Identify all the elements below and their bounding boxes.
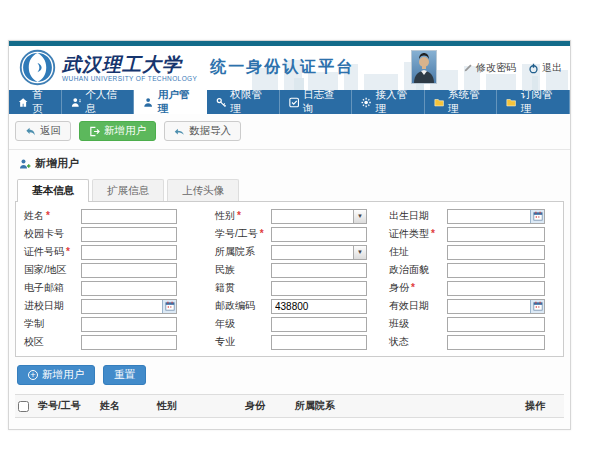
enroll-date-field bbox=[81, 299, 177, 314]
university-name-en: WUHAN UNIVERSITY OF TECHNOLOGY bbox=[62, 75, 197, 82]
tab-upload-avatar[interactable]: 上传头像 bbox=[167, 179, 239, 201]
back-button[interactable]: 返回 bbox=[15, 121, 71, 141]
field-label: 年级 bbox=[177, 317, 271, 331]
field-label-text: 专业 bbox=[215, 336, 235, 347]
field-label-text: 性别 bbox=[215, 210, 235, 221]
field-label-text: 出生日期 bbox=[389, 210, 429, 221]
address-input[interactable] bbox=[447, 245, 545, 260]
required-asterisk: * bbox=[431, 228, 435, 239]
calendar-icon[interactable] bbox=[530, 210, 544, 223]
user-avatar[interactable] bbox=[411, 50, 437, 84]
logout-button[interactable]: 退出 bbox=[528, 61, 562, 75]
email-input[interactable] bbox=[81, 281, 177, 296]
header: 武汉理工大学 WUHAN UNIVERSITY OF TECHNOLOGY 统一… bbox=[9, 46, 570, 90]
country-field bbox=[81, 263, 177, 278]
tab-bar: 基本信息 扩展信息 上传头像 bbox=[17, 179, 564, 201]
political-status-field bbox=[447, 263, 545, 278]
field-label-text: 住址 bbox=[389, 246, 409, 257]
reset-button[interactable]: 重置 bbox=[103, 365, 146, 385]
native-place-input[interactable] bbox=[271, 281, 367, 296]
dropdown-arrow-icon[interactable]: ▼ bbox=[353, 246, 366, 259]
tab-extended-info[interactable]: 扩展信息 bbox=[92, 179, 164, 201]
section-title: 新增用户 bbox=[19, 156, 564, 171]
university-name: 武汉理工大学 WUHAN UNIVERSITY OF TECHNOLOGY bbox=[62, 54, 197, 82]
field-label: 专业 bbox=[177, 335, 271, 349]
submit-add-user-label: 新增用户 bbox=[42, 368, 84, 382]
field-label-text: 学号/工号 bbox=[215, 228, 258, 239]
nav-item-permissions[interactable]: 权限管理 bbox=[207, 90, 280, 114]
nav-item-subscriptions[interactable]: 订阅管理 bbox=[497, 90, 570, 114]
nav-item-profile[interactable]: 个人信息 bbox=[62, 90, 135, 114]
status-input[interactable] bbox=[447, 335, 545, 350]
nav-item-system[interactable]: 系统管理 bbox=[425, 90, 498, 114]
nav-item-home[interactable]: 首页 bbox=[9, 90, 62, 114]
dropdown-arrow-icon[interactable]: ▼ bbox=[353, 210, 366, 223]
nav-label: 订阅管理 bbox=[521, 88, 560, 116]
grade-input[interactable] bbox=[271, 317, 367, 332]
field-label-text: 班级 bbox=[389, 318, 409, 329]
field-label: 国家/地区 bbox=[24, 263, 81, 277]
field-label: 班级 bbox=[367, 317, 447, 331]
field-label-text: 证件类型 bbox=[389, 228, 429, 239]
field-label-text: 所属院系 bbox=[215, 246, 255, 257]
field-label: 证件类型* bbox=[367, 227, 447, 241]
required-asterisk: * bbox=[46, 210, 50, 221]
required-asterisk: * bbox=[237, 210, 241, 221]
name-input[interactable] bbox=[81, 209, 177, 224]
field-label: 籍贯 bbox=[177, 281, 271, 295]
add-user-icon bbox=[89, 126, 100, 137]
change-password-label: 修改密码 bbox=[476, 61, 516, 75]
political-status-input[interactable] bbox=[447, 263, 545, 278]
add-user-toolbar-button[interactable]: 新增用户 bbox=[79, 121, 156, 141]
field-label: 有效日期 bbox=[367, 299, 447, 313]
change-password-button[interactable]: 修改密码 bbox=[463, 61, 516, 75]
content-area: 返回 新增用户 数据导入 新增用户 基本信息 扩展信息 上传头像 姓名* 性别* bbox=[9, 114, 570, 429]
nav-item-logs[interactable]: 日志查询 bbox=[280, 90, 353, 114]
field-label-text: 民族 bbox=[215, 264, 235, 275]
campus-field bbox=[81, 335, 177, 350]
tab-basic-info[interactable]: 基本信息 bbox=[17, 179, 89, 202]
field-label: 电子邮箱 bbox=[24, 281, 81, 295]
required-asterisk: * bbox=[411, 282, 415, 293]
campus-card-field bbox=[81, 227, 177, 242]
calendar-icon[interactable] bbox=[162, 300, 176, 313]
nav-label: 系统管理 bbox=[448, 88, 487, 116]
submit-add-user-button[interactable]: + 新增用户 bbox=[17, 365, 95, 385]
major-input[interactable] bbox=[271, 335, 367, 350]
select-all-cell bbox=[15, 395, 35, 418]
platform-title: 统一身份认证平台 bbox=[210, 57, 354, 78]
toolbar: 返回 新增用户 数据导入 bbox=[15, 121, 564, 141]
nav-item-user-management[interactable]: 用户管理 bbox=[134, 90, 207, 114]
form-panel: 姓名* 性别* ▼ 出生日期 校园卡号 学号/工号* 证件类型* 证件号码* 所… bbox=[15, 201, 564, 357]
col-identity: 身份 bbox=[242, 395, 292, 418]
birthdate-field bbox=[447, 209, 545, 224]
users-table: 学号/工号 姓名 性别 身份 所属院系 操作 bbox=[15, 394, 564, 423]
plus-circle-icon: + bbox=[28, 370, 38, 380]
log-check-icon bbox=[289, 97, 299, 108]
identity-input[interactable] bbox=[447, 281, 545, 296]
add-user-label: 新增用户 bbox=[104, 124, 146, 138]
department-field: ▼ bbox=[271, 245, 367, 260]
table-header-row: 学号/工号 姓名 性别 身份 所属院系 操作 bbox=[15, 395, 564, 418]
campus-card-input[interactable] bbox=[81, 227, 177, 242]
required-asterisk: * bbox=[260, 228, 264, 239]
id-number-input[interactable] bbox=[81, 245, 177, 260]
field-label-text: 籍贯 bbox=[215, 282, 235, 293]
nav-item-access[interactable]: 接入管理 bbox=[352, 90, 425, 114]
campus-input[interactable] bbox=[81, 335, 177, 350]
student-id-input[interactable] bbox=[271, 227, 367, 242]
country-input[interactable] bbox=[81, 263, 177, 278]
ethnicity-input[interactable] bbox=[271, 263, 367, 278]
class-input[interactable] bbox=[447, 317, 545, 332]
field-label: 学号/工号* bbox=[177, 227, 271, 241]
select-all-checkbox[interactable] bbox=[18, 401, 29, 412]
field-label-text: 学制 bbox=[24, 318, 44, 329]
brand: 武汉理工大学 WUHAN UNIVERSITY OF TECHNOLOGY 统一… bbox=[19, 49, 354, 86]
calendar-icon[interactable] bbox=[530, 300, 544, 313]
id-type-input[interactable] bbox=[447, 227, 545, 242]
schooling-length-input[interactable] bbox=[81, 317, 177, 332]
data-import-button[interactable]: 数据导入 bbox=[164, 121, 241, 141]
postal-code-input[interactable] bbox=[271, 299, 367, 314]
col-operation: 操作 bbox=[522, 395, 564, 418]
field-label: 性别* bbox=[177, 209, 271, 223]
